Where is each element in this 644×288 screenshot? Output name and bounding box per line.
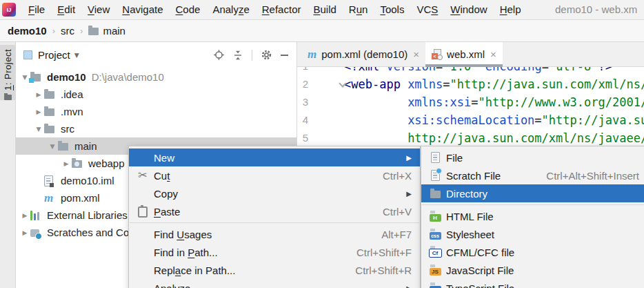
folder-icon [44,91,54,99]
tree-toggle-icon[interactable]: ▶ [33,108,44,115]
stylesheet-icon: css [430,232,441,240]
context-menu-item-replace-in-path[interactable]: Replace in Path...Ctrl+Shift+R [129,261,420,279]
menubar-item-refactor[interactable]: Refactor [256,0,308,19]
new-submenu-item-cfml-cfc-file[interactable]: CfCFML/CFC file [421,243,644,261]
tree-item-src[interactable]: ▼src [16,120,296,137]
folder-icon [88,28,99,35]
webxml-file-icon: < [432,49,442,59]
breadcrumb-item-src[interactable]: src [61,25,74,37]
scratch-file-icon [431,170,440,181]
new-submenu-item-directory[interactable]: Directory [421,184,644,202]
tree-toggle-icon[interactable]: ▼ [33,126,44,133]
libraries-icon [30,210,41,220]
tab-label: pom.xml (demo10) [321,48,407,60]
tree-item-label: main [74,140,97,152]
cfml-file-icon: Cf [429,249,442,258]
html-file-icon: H [430,214,441,222]
menu-separator [130,222,419,223]
menu-shortcut: Alt+F7 [368,229,412,240]
tool-window-bar: 1: Project [0,42,16,288]
maven-icon: m [44,193,53,203]
gutter [308,93,344,111]
gutter [308,75,344,93]
editor-tab-web-xml[interactable]: <web.xml× [425,42,503,66]
menu-item-label: New [154,152,174,164]
close-icon[interactable]: × [490,48,496,60]
menu-item-label: Directory [446,188,487,200]
project-tool-window-tab[interactable]: 1: Project [0,45,15,100]
line-number: 1 [297,67,308,75]
tree-toggle-icon[interactable]: ▶ [19,212,30,219]
menubar-item-view[interactable]: View [81,0,116,19]
hide-icon[interactable] [281,55,288,56]
editor-tab-pom-xml-demo10[interactable]: mpom.xml (demo10)× [301,42,425,66]
new-submenu-item-scratch-file[interactable]: Scratch FileCtrl+Alt+Shift+Insert [421,166,644,184]
menubar-item-help[interactable]: Help [494,0,527,19]
context-menu-item-find-in-path[interactable]: Find in Path...Ctrl+Shift+F [129,243,420,261]
iml-file-icon [44,175,53,186]
context-menu-item-analyze[interactable]: Analyze▶ [129,279,420,288]
gutter [308,111,344,129]
breadcrumb-label: demo10 [8,25,47,37]
context-menu-item-new[interactable]: New▶ [129,148,420,166]
menu-shortcut: Ctrl+X [369,170,412,182]
close-icon[interactable]: × [413,48,419,60]
tree-item-label: .mvn [61,106,83,117]
collapse-all-icon[interactable] [233,50,243,60]
menu-item-label: Cut [154,170,170,182]
tree-item-mvn[interactable]: ▶.mvn [16,103,296,120]
code-line: 4 xsi:schemaLocation="http://java.su [297,111,644,129]
tree-toggle-icon[interactable]: ▼ [47,143,58,150]
menubar-item-tools[interactable]: Tools [374,0,410,19]
menu-item-label: HTML File [446,211,494,222]
line-number: 3 [297,93,308,111]
gutter [308,129,344,147]
code-line: 2<web-app xmlns="http://java.sun.com/xml… [297,75,644,93]
menubar-item-code[interactable]: Code [170,0,207,19]
tree-item-label: webapp [88,157,125,169]
menubar-item-analyze[interactable]: Analyze [206,0,255,19]
context-menu-item-paste[interactable]: PasteCtrl+V [129,202,420,220]
submenu-arrow-icon: ▶ [392,154,412,162]
new-submenu-item-javascript-file[interactable]: JSJavaScript File [421,261,644,279]
menubar-item-file[interactable]: File [22,0,51,19]
menu-shortcut: Ctrl+Alt+Shift+Insert [532,170,639,182]
menubar-item-window[interactable]: Window [444,0,493,19]
project-view-icon [23,50,32,59]
menubar-item-navigate[interactable]: Navigate [116,0,169,19]
chevron-down-icon[interactable]: ▼ [74,52,79,59]
tree-toggle-icon[interactable]: ▶ [33,91,44,98]
context-menu-item-find-usages[interactable]: Find UsagesAlt+F7 [129,225,420,243]
tree-toggle-icon[interactable]: ▶ [61,160,72,167]
tree-toggle-icon[interactable]: ▶ [19,229,30,236]
tree-item-idea[interactable]: ▶.idea [16,86,296,103]
settings-icon[interactable] [261,50,272,60]
gutter [308,67,344,75]
breadcrumb: demo10›src›main [0,20,644,42]
menubar-item-build[interactable]: Build [307,0,342,19]
menubar-item-run[interactable]: Run [343,0,374,19]
clipboard-icon [138,207,148,218]
tree-item-demo10[interactable]: ▼demo10D:\java\demo10 [16,68,296,86]
menu-item-label: Find in Path... [154,247,218,258]
menubar-item-edit[interactable]: Edit [51,0,81,19]
project-panel-title[interactable]: Project [38,49,70,61]
new-submenu-item-html-file[interactable]: HHTML File [421,207,644,225]
new-submenu-item-stylesheet[interactable]: cssStylesheet [421,225,644,243]
code-line: 5 http://java.sun.com/xml/ns/javaee/ [297,129,644,147]
new-submenu-item-file[interactable]: File [421,148,644,166]
menubar-item-vcs[interactable]: VCS [410,0,444,19]
menu-item-label: TypeScript File [446,282,514,288]
breadcrumb-item-demo10[interactable]: demo10 [8,25,47,37]
new-submenu-item-typescript-file[interactable]: TSTypeScript File [421,279,644,288]
context-menu: New▶✂CutCtrl+XCopy▶PasteCtrl+VFind Usage… [128,146,421,288]
menu-item-label: File [446,152,463,164]
context-menu-item-copy[interactable]: Copy▶ [129,184,420,202]
menu-item-label: Find Usages [154,229,212,240]
tree-item-label: External Libraries [47,209,128,221]
maven-icon: m [308,49,316,59]
main-menu-bar: FileEditViewNavigateCodeAnalyzeRefactorB… [22,0,527,19]
context-menu-item-cut[interactable]: ✂CutCtrl+X [129,166,420,184]
breadcrumb-item-main[interactable]: main [88,25,125,37]
locate-icon[interactable] [214,50,224,60]
